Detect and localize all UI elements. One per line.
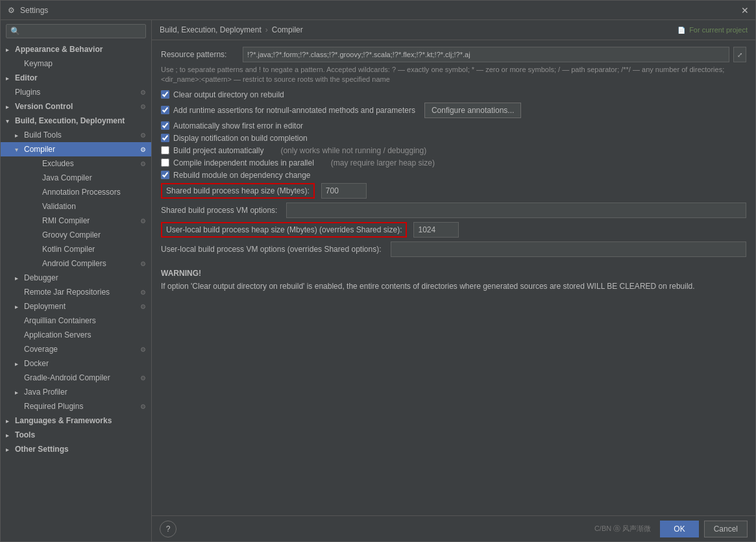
- shared-vm-input[interactable]: [286, 203, 746, 218]
- show-first-error-label[interactable]: Automatically show first error in editor: [173, 121, 303, 130]
- sidebar-list: ▸Appearance & BehaviorKeymap▸EditorPlugi…: [1, 42, 151, 456]
- arrow-icon: ▸: [6, 46, 15, 53]
- show-first-error-checkbox[interactable]: [161, 121, 169, 130]
- build-auto-checkbox[interactable]: [161, 146, 169, 154]
- sidebar-item-coverage[interactable]: Coverage⚙: [1, 342, 151, 356]
- runtime-assertions-label[interactable]: Add runtime assertions for notnull-annot…: [173, 106, 415, 115]
- sidebar-item-version-control[interactable]: ▸Version Control⚙: [1, 99, 151, 114]
- rebuild-module-label[interactable]: Rebuild module on dependency change: [173, 171, 311, 180]
- rebuild-module-checkbox[interactable]: [161, 171, 169, 179]
- sidebar-item-appearance[interactable]: ▸Appearance & Behavior: [1, 42, 151, 56]
- arrow-icon: ▸: [6, 446, 15, 453]
- close-button[interactable]: ✕: [740, 5, 750, 16]
- sidebar-item-debugger[interactable]: ▸Debugger: [1, 271, 151, 285]
- shared-heap-label-wrap: Shared build process heap size (Mbytes):: [161, 183, 315, 199]
- compile-parallel-checkbox[interactable]: [161, 158, 169, 167]
- sidebar-item-label: Build, Execution, Deployment: [15, 116, 146, 125]
- help-button[interactable]: ?: [160, 521, 177, 537]
- settings-icon-right: ⚙: [140, 103, 146, 110]
- sidebar-item-arquillian[interactable]: Arquillian Containers: [1, 314, 151, 328]
- sidebar-item-label: Appearance & Behavior: [15, 45, 146, 54]
- sidebar-item-build-execution[interactable]: ▾Build, Execution, Deployment: [1, 114, 151, 128]
- display-notification-row: Display notification on build completion: [161, 134, 746, 143]
- title-bar-text: Settings: [20, 6, 740, 15]
- settings-icon-right: ⚙: [140, 303, 146, 310]
- settings-panel: Resource patterns: ⤢ Use ; to separate p…: [152, 40, 755, 515]
- sidebar-item-label: Kotlin Compiler: [42, 245, 146, 254]
- settings-icon-right: ⚙: [140, 146, 146, 153]
- display-notification-label[interactable]: Display notification on build completion: [173, 134, 308, 143]
- sidebar-item-remote-jar[interactable]: Remote Jar Repositories⚙: [1, 285, 151, 299]
- shared-heap-input[interactable]: [321, 183, 367, 199]
- resource-patterns-input[interactable]: [243, 47, 729, 62]
- arrow-icon: ▾: [15, 146, 24, 153]
- display-notification-checkbox[interactable]: [161, 134, 169, 142]
- main-panel: Build, Execution, Deployment › Compiler …: [152, 20, 755, 541]
- sidebar-item-android-compilers[interactable]: Android Compilers⚙: [1, 256, 151, 271]
- sidebar-item-java-compiler[interactable]: Java Compiler: [1, 171, 151, 185]
- settings-icon-right: ⚙: [140, 260, 146, 267]
- user-heap-input[interactable]: [413, 222, 459, 238]
- brand-label: C/BN ⓐ 风声渐微: [594, 524, 651, 534]
- sidebar-item-label: Validation: [42, 202, 146, 211]
- settings-icon-right: ⚙: [140, 289, 146, 296]
- user-vm-row: User-local build process VM options (ove…: [161, 241, 746, 257]
- breadcrumb-separator: ›: [265, 25, 268, 34]
- sidebar-item-label: Docker: [24, 359, 146, 368]
- ok-button[interactable]: OK: [660, 521, 698, 537]
- sidebar-item-excludes[interactable]: Excludes⚙: [1, 156, 151, 171]
- sidebar-item-java-profiler[interactable]: ▸Java Profiler: [1, 385, 151, 399]
- shared-vm-label: Shared build process VM options:: [161, 206, 277, 215]
- sidebar-item-label: Debugger: [24, 273, 146, 282]
- search-input[interactable]: [6, 24, 146, 38]
- user-vm-input[interactable]: [391, 241, 747, 257]
- runtime-assertions-row: Add runtime assertions for notnull-annot…: [161, 103, 746, 118]
- sidebar-item-build-tools[interactable]: ▸Build Tools⚙: [1, 128, 151, 142]
- sidebar-item-languages[interactable]: ▸Languages & Frameworks: [1, 413, 151, 428]
- arrow-icon: ▸: [15, 132, 24, 139]
- sidebar-item-annotation-processors[interactable]: Annotation Processors: [1, 185, 151, 199]
- sidebar-item-label: Deployment: [24, 302, 139, 311]
- sidebar: ▸Appearance & BehaviorKeymap▸EditorPlugi…: [1, 20, 152, 541]
- arrow-icon: ▸: [15, 275, 24, 282]
- sidebar-item-compiler[interactable]: ▾Compiler⚙: [1, 142, 151, 156]
- clear-output-row: Clear output directory on rebuild: [161, 90, 746, 99]
- settings-icon-right: ⚙: [140, 346, 146, 353]
- sidebar-item-editor[interactable]: ▸Editor: [1, 71, 151, 85]
- cancel-button[interactable]: Cancel: [704, 521, 748, 537]
- resource-input-wrap: [243, 47, 729, 62]
- breadcrumb: Build, Execution, Deployment › Compiler …: [152, 20, 755, 40]
- resource-expand-button[interactable]: ⤢: [733, 47, 746, 62]
- sidebar-item-keymap[interactable]: Keymap: [1, 56, 151, 71]
- sidebar-item-label: Android Compilers: [42, 259, 139, 268]
- build-auto-row: Build project automatically (only works …: [161, 146, 746, 155]
- clear-output-checkbox[interactable]: [161, 90, 169, 99]
- sidebar-item-required-plugins[interactable]: Required Plugins⚙: [1, 399, 151, 413]
- sidebar-item-label: Editor: [15, 73, 146, 82]
- clear-output-label[interactable]: Clear output directory on rebuild: [173, 90, 284, 99]
- sidebar-item-deployment[interactable]: ▸Deployment⚙: [1, 299, 151, 314]
- sidebar-item-rmi-compiler[interactable]: RMI Compiler⚙: [1, 214, 151, 228]
- sidebar-item-plugins[interactable]: Plugins⚙: [1, 85, 151, 99]
- sidebar-item-validation[interactable]: Validation: [1, 199, 151, 214]
- sidebar-item-kotlin-compiler[interactable]: Kotlin Compiler: [1, 242, 151, 256]
- arrow-icon: ▾: [6, 117, 15, 125]
- sidebar-item-label: Arquillian Containers: [24, 316, 146, 325]
- sidebar-item-gradle-android[interactable]: Gradle-Android Compiler⚙: [1, 371, 151, 385]
- sidebar-item-other-settings[interactable]: ▸Other Settings: [1, 442, 151, 456]
- compile-parallel-hint: (may require larger heap size): [331, 158, 435, 167]
- build-auto-label[interactable]: Build project automatically: [173, 146, 263, 155]
- configure-annotations-button[interactable]: Configure annotations...: [424, 103, 521, 118]
- sidebar-item-label: Keymap: [24, 59, 146, 68]
- settings-icon: ⚙: [6, 5, 16, 16]
- runtime-assertions-checkbox[interactable]: [161, 106, 169, 114]
- sidebar-item-tools[interactable]: ▸Tools: [1, 428, 151, 442]
- sidebar-item-label: Java Compiler: [42, 173, 146, 182]
- compile-parallel-label[interactable]: Compile independent modules in parallel: [173, 158, 314, 167]
- sidebar-item-docker[interactable]: ▸Docker: [1, 356, 151, 371]
- project-icon: 📄: [677, 27, 685, 34]
- sidebar-item-app-servers[interactable]: Application Servers: [1, 328, 151, 342]
- sidebar-item-label: Required Plugins: [24, 402, 139, 411]
- sidebar-item-groovy-compiler[interactable]: Groovy Compiler: [1, 228, 151, 242]
- settings-icon-right: ⚙: [140, 132, 146, 139]
